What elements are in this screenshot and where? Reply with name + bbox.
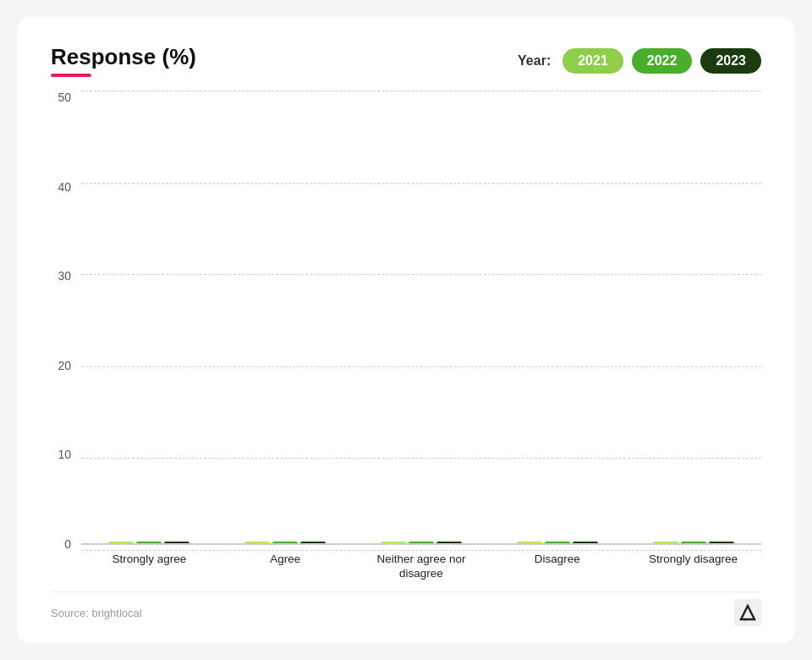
bar-group <box>244 542 326 543</box>
footer: Source: brightlocal <box>51 591 761 626</box>
y-axis-label: 40 <box>51 180 71 194</box>
bar <box>545 542 570 543</box>
chart-area: 01020304050 Strongly agreeAgreeNeither a… <box>51 91 761 581</box>
bar <box>272 542 298 543</box>
bar <box>409 542 434 543</box>
bars-row <box>517 542 598 543</box>
bars-row <box>244 542 326 543</box>
bar <box>653 542 678 543</box>
y-axis-label: 30 <box>51 269 71 283</box>
chart-header: Response (%) Year: 2021 2022 2023 <box>51 44 761 77</box>
y-axis: 01020304050 <box>51 91 81 581</box>
chart-title: Response (%) <box>51 44 196 70</box>
legend: Year: 2021 2022 2023 <box>518 48 761 74</box>
x-axis-label: Neither agree nor disagree <box>370 552 472 581</box>
bar-group <box>381 542 462 543</box>
bars-row <box>108 542 189 543</box>
bar <box>381 542 406 543</box>
title-underline <box>51 74 91 77</box>
legend-pill-2022[interactable]: 2022 <box>632 48 693 74</box>
bars-row <box>653 542 734 543</box>
y-axis-label: 10 <box>51 448 71 461</box>
svg-rect-0 <box>734 599 761 626</box>
bar-group <box>653 542 734 543</box>
bar-group <box>108 542 189 543</box>
bar <box>300 542 326 543</box>
x-axis-label: Agree <box>234 552 336 581</box>
year-label: Year: <box>518 53 551 69</box>
y-axis-label: 0 <box>51 537 71 551</box>
x-axis-label: Disagree <box>507 552 608 581</box>
bars-container <box>81 91 761 543</box>
bar <box>108 542 134 543</box>
y-axis-label: 50 <box>51 91 71 104</box>
bar <box>164 542 189 543</box>
x-axis-label: Strongly disagree <box>643 552 744 581</box>
legend-pill-2021[interactable]: 2021 <box>562 48 623 74</box>
x-labels: Strongly agreeAgreeNeither agree nor dis… <box>81 545 761 581</box>
bar <box>517 542 542 543</box>
bar <box>709 542 734 543</box>
bar <box>436 542 462 543</box>
bar <box>244 542 270 543</box>
bars-row <box>381 542 462 543</box>
bar-group <box>517 542 598 543</box>
x-axis-label: Strongly agree <box>98 552 200 581</box>
bar <box>136 542 162 543</box>
bar <box>573 542 598 543</box>
logo-icon <box>734 599 761 626</box>
y-axis-label: 20 <box>51 359 71 372</box>
legend-pill-2023[interactable]: 2023 <box>700 48 761 74</box>
source-text: Source: brightlocal <box>51 607 142 619</box>
chart-body: Strongly agreeAgreeNeither agree nor dis… <box>81 91 761 581</box>
chart-card: Response (%) Year: 2021 2022 2023 010203… <box>17 17 795 643</box>
title-block: Response (%) <box>51 44 196 77</box>
chart-inner: 01020304050 Strongly agreeAgreeNeither a… <box>51 91 761 581</box>
bar <box>681 542 706 543</box>
